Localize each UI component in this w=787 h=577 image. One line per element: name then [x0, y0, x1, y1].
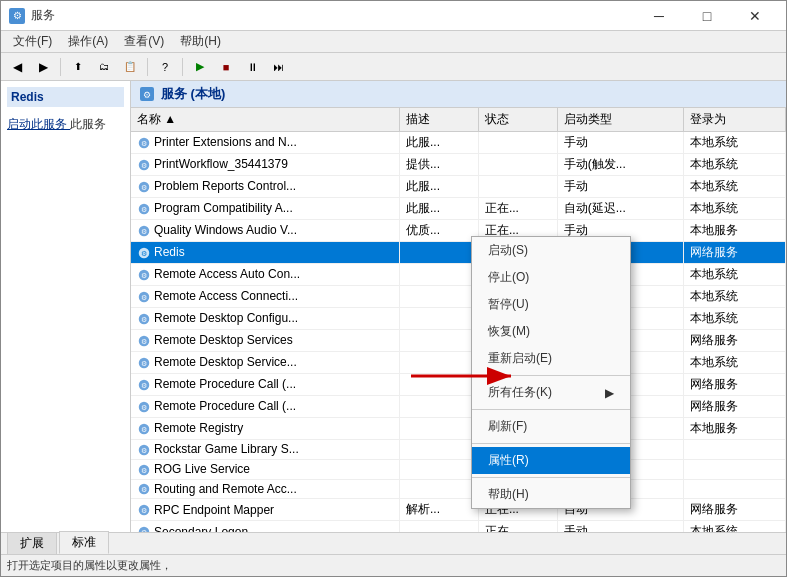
cell-name: ⚙ Remote Access Connecti... [131, 286, 399, 308]
services-tbody: ⚙ Printer Extensions and N... 此服... 手动 本… [131, 132, 786, 533]
table-row[interactable]: ⚙ Routing and Remote Acc... [131, 479, 786, 499]
col-status[interactable]: 状态 [478, 108, 557, 132]
pause-button[interactable]: ⏸ [240, 56, 264, 78]
context-menu-item----U-[interactable]: 暂停(U) [472, 291, 630, 318]
cell-login [683, 479, 785, 499]
menu-view[interactable]: 查看(V) [116, 31, 172, 52]
cell-login: 本地服务 [683, 220, 785, 242]
cell-desc [399, 264, 478, 286]
context-menu-item----S-[interactable]: 启动(S) [472, 237, 630, 264]
minimize-button[interactable]: ─ [636, 1, 682, 31]
cell-startup: 手动 [557, 521, 683, 532]
close-button[interactable]: ✕ [732, 1, 778, 31]
main-area: Redis 启动此服务 此服务 ⚙ 服务 (本地) [1, 81, 786, 532]
table-row[interactable]: ⚙ Printer Extensions and N... 此服... 手动 本… [131, 132, 786, 154]
restart-button[interactable]: ⏭ [266, 56, 290, 78]
tab-扩展[interactable]: 扩展 [7, 532, 57, 554]
table-row[interactable]: ⚙ PrintWorkflow_35441379 提供... 手动(触发... … [131, 154, 786, 176]
show-hide-button[interactable]: 🗂 [92, 56, 116, 78]
table-row[interactable]: ⚙ Remote Procedure Call (... 网络服务 [131, 374, 786, 396]
svg-text:⚙: ⚙ [141, 294, 147, 301]
play-button[interactable]: ▶ [188, 56, 212, 78]
cell-desc [399, 459, 478, 479]
context-menu-separator-7 [472, 409, 630, 410]
context-menu-item----F-[interactable]: 刷新(F) [472, 413, 630, 440]
svg-text:⚙: ⚙ [141, 507, 147, 514]
sidebar-header: Redis [7, 87, 124, 107]
table-row[interactable]: ⚙ Remote Desktop Services 网络服务 [131, 330, 786, 352]
table-row[interactable]: ⚙ Remote Desktop Service... 本地系统 [131, 352, 786, 374]
service-table[interactable]: 名称 ▲ 描述 状态 启动类型 登录为 ⚙ Printer Extensions… [131, 108, 786, 532]
help-button[interactable]: ? [153, 56, 177, 78]
table-row[interactable]: ⚙ Remote Desktop Configu... 本地系统 [131, 308, 786, 330]
cell-desc [399, 479, 478, 499]
table-row[interactable]: ⚙ Problem Reports Control... 此服... 手动 本地… [131, 176, 786, 198]
svg-text:⚙: ⚙ [141, 360, 147, 367]
table-row[interactable]: ⚙ Remote Procedure Call (... 网络服务 [131, 396, 786, 418]
cell-desc [399, 308, 478, 330]
context-menu-item----M-[interactable]: 恢复(M) [472, 318, 630, 345]
cell-name: ⚙ Program Compatibility A... [131, 198, 399, 220]
main-window: ⚙ 服务 ─ □ ✕ 文件(F) 操作(A) 查看(V) 帮助(H) ◀ ▶ ⬆… [0, 0, 787, 577]
col-startup[interactable]: 启动类型 [557, 108, 683, 132]
col-name[interactable]: 名称 ▲ [131, 108, 399, 132]
table-row[interactable]: ⚙ Program Compatibility A... 此服... 正在...… [131, 198, 786, 220]
table-row[interactable]: ⚙ Quality Windows Audio V... 优质... 正在...… [131, 220, 786, 242]
context-menu-item------K-[interactable]: 所有任务(K)▶ [472, 379, 630, 406]
svg-text:⚙: ⚙ [141, 466, 147, 473]
svg-text:⚙: ⚙ [141, 228, 147, 235]
cell-login [683, 440, 785, 460]
svg-text:⚙: ⚙ [141, 272, 147, 279]
maximize-button[interactable]: □ [684, 1, 730, 31]
cell-desc [399, 396, 478, 418]
col-login[interactable]: 登录为 [683, 108, 785, 132]
table-row[interactable]: ⚙ Remote Access Connecti... 本地系统 [131, 286, 786, 308]
cell-desc [399, 352, 478, 374]
menu-file[interactable]: 文件(F) [5, 31, 60, 52]
cell-name: ⚙ RPC Endpoint Mapper [131, 499, 399, 521]
tab-标准[interactable]: 标准 [59, 531, 109, 554]
context-menu: 启动(S)停止(O)暂停(U)恢复(M)重新启动(E)所有任务(K)▶刷新(F)… [471, 236, 631, 509]
start-service-link[interactable]: 启动此服务 [7, 117, 70, 131]
cell-status [478, 176, 557, 198]
cell-status: 正在... [478, 521, 557, 532]
table-row[interactable]: ⚙ Remote Access Auto Con... 本地系统 [131, 264, 786, 286]
cell-login: 本地系统 [683, 286, 785, 308]
app-icon: ⚙ [9, 8, 25, 24]
table-row[interactable]: ⚙ Remote Registry 本地服务 [131, 418, 786, 440]
back-button[interactable]: ◀ [5, 56, 29, 78]
table-row[interactable]: ⚙ Secondary Logon 正在... 手动 本地系统 [131, 521, 786, 532]
menu-action[interactable]: 操作(A) [60, 31, 116, 52]
content-area: ⚙ 服务 (本地) 名称 ▲ 描述 状态 启动类型 登录为 [131, 81, 786, 532]
cell-status [478, 154, 557, 176]
cell-name: ⚙ Printer Extensions and N... [131, 132, 399, 154]
svg-text:⚙: ⚙ [141, 316, 147, 323]
cell-login: 本地系统 [683, 132, 785, 154]
forward-button[interactable]: ▶ [31, 56, 55, 78]
cell-name: ⚙ Remote Access Auto Con... [131, 264, 399, 286]
table-row[interactable]: ⚙ ROG Live Service [131, 459, 786, 479]
context-menu-item----O-[interactable]: 停止(O) [472, 264, 630, 291]
cell-login: 本地系统 [683, 352, 785, 374]
col-desc[interactable]: 描述 [399, 108, 478, 132]
services-icon: ⚙ [139, 86, 155, 102]
table-row[interactable]: ⚙ Redis 网络服务 [131, 242, 786, 264]
context-menu-item----H-[interactable]: 帮助(H) [472, 481, 630, 508]
context-menu-item------E-[interactable]: 重新启动(E) [472, 345, 630, 372]
up-button[interactable]: ⬆ [66, 56, 90, 78]
menu-help[interactable]: 帮助(H) [172, 31, 229, 52]
context-menu-separator-9 [472, 443, 630, 444]
table-row[interactable]: ⚙ Rockstar Game Library S... [131, 440, 786, 460]
toolbar-separator-3 [182, 58, 183, 76]
cell-name: ⚙ Remote Desktop Service... [131, 352, 399, 374]
stop-button[interactable]: ■ [214, 56, 238, 78]
cell-login: 本地系统 [683, 198, 785, 220]
cell-login: 本地服务 [683, 418, 785, 440]
svg-text:⚙: ⚙ [141, 486, 147, 493]
cell-name: ⚙ Remote Procedure Call (... [131, 396, 399, 418]
table-row[interactable]: ⚙ RPC Endpoint Mapper 解析... 正在... 自动 网络服… [131, 499, 786, 521]
context-menu-item----R-[interactable]: 属性(R) [472, 447, 630, 474]
cell-name: ⚙ Routing and Remote Acc... [131, 479, 399, 499]
map-button[interactable]: 📋 [118, 56, 142, 78]
cell-name: ⚙ Quality Windows Audio V... [131, 220, 399, 242]
